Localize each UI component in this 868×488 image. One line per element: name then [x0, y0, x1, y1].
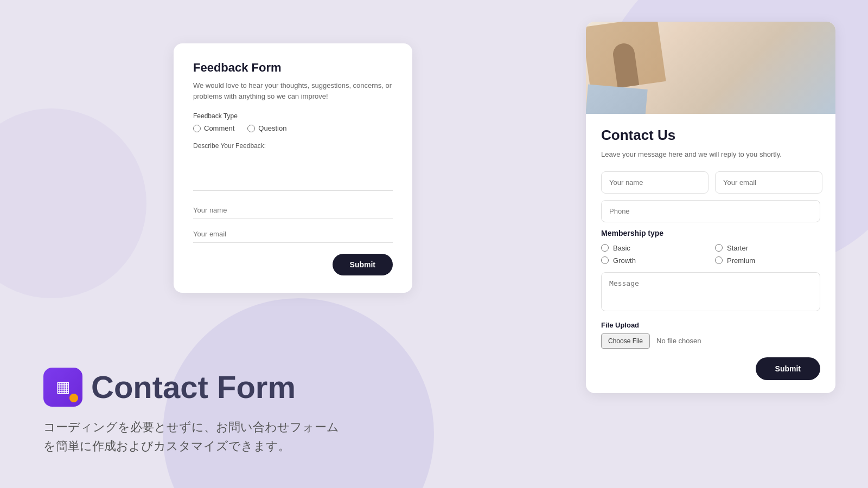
contact-name-input[interactable] [601, 171, 709, 194]
contact-subtitle: Leave your message here and we will repl… [601, 149, 820, 160]
contact-phone-input[interactable] [601, 200, 820, 222]
feedback-form-title: Feedback Form [193, 61, 393, 75]
radio-comment[interactable]: Comment [193, 124, 234, 132]
brand-row: ▦ Contact Form [43, 368, 553, 407]
brand-title: Contact Form [91, 369, 296, 405]
membership-premium[interactable]: Premium [715, 256, 820, 265]
feedback-form-subtitle: We would love to hear your thoughts, sug… [193, 80, 393, 101]
name-email-row [601, 171, 820, 194]
membership-growth-radio[interactable] [601, 256, 609, 264]
contact-form-section: Contact Us Leave your message here and w… [586, 22, 835, 393]
radio-comment-input[interactable] [193, 125, 201, 132]
feedback-type-label: Feedback Type [193, 112, 393, 120]
membership-starter[interactable]: Starter [715, 244, 820, 252]
contact-form-card: Contact Us Leave your message here and w… [586, 22, 835, 393]
contact-form-body: Contact Us Leave your message here and w… [586, 114, 835, 393]
contact-photo-header [586, 22, 835, 114]
file-upload-row: Choose File No file chosen [601, 333, 820, 349]
contact-submit-button[interactable]: Submit [756, 357, 820, 380]
contact-title: Contact Us [601, 127, 820, 144]
feedback-type-group: Comment Question [193, 124, 393, 132]
membership-basic-radio[interactable] [601, 244, 609, 252]
photo-1 [586, 22, 666, 92]
feedback-name-input[interactable] [193, 202, 393, 219]
brand-logo-icon: ▦ [56, 378, 70, 396]
feedback-form-card: Feedback Form We would love to hear your… [174, 43, 412, 293]
describe-textarea[interactable] [193, 153, 393, 191]
radio-question-input[interactable] [247, 125, 255, 132]
membership-basic[interactable]: Basic [601, 244, 706, 252]
no-file-text: No file chosen [656, 337, 701, 345]
contact-email-input[interactable] [715, 171, 822, 194]
contact-message-textarea[interactable] [601, 272, 820, 311]
file-upload-label: File Upload [601, 321, 820, 329]
membership-grid: Basic Starter Growth Premium [601, 244, 820, 265]
membership-growth[interactable]: Growth [601, 256, 706, 265]
brand-description: コーディングを必要とせずに、お問い合わせフォーム を簡単に作成およびカスタマイズ… [43, 418, 358, 455]
feedback-email-input[interactable] [193, 226, 393, 243]
photo-2 [586, 84, 648, 114]
membership-starter-radio[interactable] [715, 244, 723, 252]
feedback-submit-button[interactable]: Submit [333, 254, 393, 275]
membership-label: Membership type [601, 229, 820, 237]
branding-section: ▦ Contact Form コーディングを必要とせずに、お問い合わせフォーム … [43, 368, 553, 488]
brand-logo: ▦ [43, 368, 82, 407]
membership-premium-radio[interactable] [715, 256, 723, 264]
radio-question[interactable]: Question [247, 124, 286, 132]
choose-file-button[interactable]: Choose File [601, 333, 650, 349]
describe-label: Describe Your Feedback: [193, 142, 393, 150]
